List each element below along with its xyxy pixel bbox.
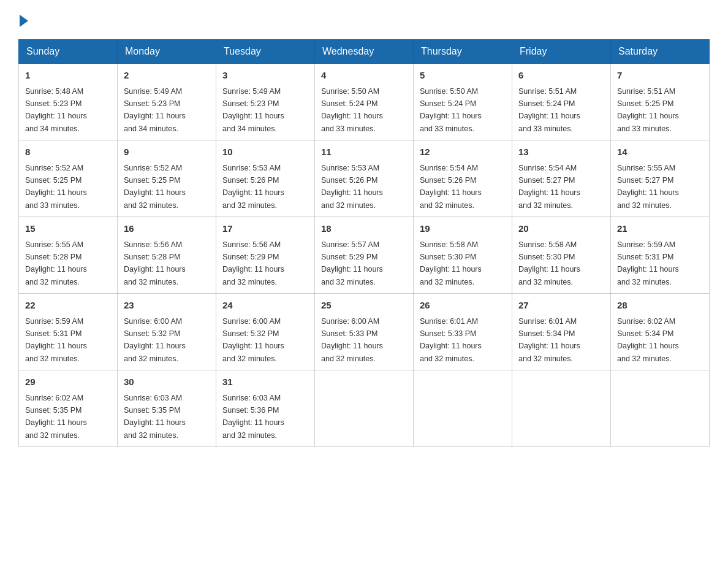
calendar-cell bbox=[512, 370, 611, 447]
column-header-monday: Monday bbox=[118, 40, 216, 64]
day-number: 3 bbox=[222, 69, 308, 83]
day-info: Sunrise: 6:02 AMSunset: 5:34 PMDaylight:… bbox=[617, 317, 679, 363]
day-number: 22 bbox=[25, 299, 111, 313]
day-number: 8 bbox=[25, 145, 111, 159]
calendar-cell: 14 Sunrise: 5:55 AMSunset: 5:27 PMDaylig… bbox=[611, 140, 710, 217]
calendar-cell: 22 Sunrise: 5:59 AMSunset: 5:31 PMDaylig… bbox=[19, 294, 118, 370]
day-info: Sunrise: 5:48 AMSunset: 5:23 PMDaylight:… bbox=[25, 87, 87, 133]
day-info: Sunrise: 5:54 AMSunset: 5:27 PMDaylight:… bbox=[518, 164, 580, 210]
day-number: 23 bbox=[124, 299, 210, 313]
day-info: Sunrise: 5:52 AMSunset: 5:25 PMDaylight:… bbox=[124, 164, 186, 210]
day-info: Sunrise: 5:58 AMSunset: 5:30 PMDaylight:… bbox=[420, 240, 482, 286]
page-header bbox=[18, 12, 710, 27]
day-info: Sunrise: 5:58 AMSunset: 5:30 PMDaylight:… bbox=[518, 240, 580, 286]
calendar-cell: 4 Sunrise: 5:50 AMSunset: 5:24 PMDayligh… bbox=[315, 64, 414, 140]
day-info: Sunrise: 6:01 AMSunset: 5:34 PMDaylight:… bbox=[518, 317, 580, 363]
calendar-cell: 15 Sunrise: 5:55 AMSunset: 5:28 PMDaylig… bbox=[19, 217, 118, 294]
calendar-cell: 31 Sunrise: 6:03 AMSunset: 5:36 PMDaylig… bbox=[216, 370, 315, 447]
day-info: Sunrise: 5:54 AMSunset: 5:26 PMDaylight:… bbox=[420, 164, 482, 210]
calendar-week-row: 22 Sunrise: 5:59 AMSunset: 5:31 PMDaylig… bbox=[19, 294, 710, 370]
calendar-cell: 28 Sunrise: 6:02 AMSunset: 5:34 PMDaylig… bbox=[611, 294, 710, 370]
calendar-week-row: 29 Sunrise: 6:02 AMSunset: 5:35 PMDaylig… bbox=[19, 370, 710, 447]
day-number: 7 bbox=[617, 69, 703, 83]
day-number: 20 bbox=[518, 222, 604, 236]
calendar-cell bbox=[611, 370, 710, 447]
day-number: 19 bbox=[420, 222, 506, 236]
calendar-cell: 25 Sunrise: 6:00 AMSunset: 5:33 PMDaylig… bbox=[315, 294, 414, 370]
calendar-cell: 3 Sunrise: 5:49 AMSunset: 5:23 PMDayligh… bbox=[216, 64, 315, 140]
column-header-friday: Friday bbox=[512, 40, 611, 64]
day-info: Sunrise: 5:50 AMSunset: 5:24 PMDaylight:… bbox=[420, 87, 482, 133]
day-info: Sunrise: 5:49 AMSunset: 5:23 PMDaylight:… bbox=[222, 87, 284, 133]
day-number: 5 bbox=[420, 69, 506, 83]
column-header-thursday: Thursday bbox=[414, 40, 512, 64]
day-number: 18 bbox=[321, 222, 407, 236]
day-number: 10 bbox=[222, 145, 308, 159]
day-info: Sunrise: 6:00 AMSunset: 5:33 PMDaylight:… bbox=[321, 317, 383, 363]
day-info: Sunrise: 6:03 AMSunset: 5:35 PMDaylight:… bbox=[124, 394, 186, 440]
calendar-cell: 30 Sunrise: 6:03 AMSunset: 5:35 PMDaylig… bbox=[118, 370, 216, 447]
day-info: Sunrise: 6:00 AMSunset: 5:32 PMDaylight:… bbox=[124, 317, 186, 363]
day-info: Sunrise: 5:56 AMSunset: 5:28 PMDaylight:… bbox=[124, 240, 186, 286]
day-number: 24 bbox=[222, 299, 308, 313]
calendar-cell: 5 Sunrise: 5:50 AMSunset: 5:24 PMDayligh… bbox=[414, 64, 512, 140]
day-info: Sunrise: 5:49 AMSunset: 5:23 PMDaylight:… bbox=[124, 87, 186, 133]
day-info: Sunrise: 5:55 AMSunset: 5:28 PMDaylight:… bbox=[25, 240, 87, 286]
day-number: 29 bbox=[25, 375, 111, 389]
day-number: 21 bbox=[617, 222, 703, 236]
day-info: Sunrise: 6:00 AMSunset: 5:32 PMDaylight:… bbox=[222, 317, 284, 363]
day-info: Sunrise: 5:53 AMSunset: 5:26 PMDaylight:… bbox=[321, 164, 383, 210]
day-number: 16 bbox=[124, 222, 210, 236]
day-info: Sunrise: 6:02 AMSunset: 5:35 PMDaylight:… bbox=[25, 394, 87, 440]
day-number: 26 bbox=[420, 299, 506, 313]
day-number: 1 bbox=[25, 69, 111, 83]
calendar-cell: 16 Sunrise: 5:56 AMSunset: 5:28 PMDaylig… bbox=[118, 217, 216, 294]
calendar-week-row: 1 Sunrise: 5:48 AMSunset: 5:23 PMDayligh… bbox=[19, 64, 710, 140]
calendar-cell: 29 Sunrise: 6:02 AMSunset: 5:35 PMDaylig… bbox=[19, 370, 118, 447]
day-info: Sunrise: 5:59 AMSunset: 5:31 PMDaylight:… bbox=[617, 240, 679, 286]
calendar-week-row: 8 Sunrise: 5:52 AMSunset: 5:25 PMDayligh… bbox=[19, 140, 710, 217]
calendar-cell: 11 Sunrise: 5:53 AMSunset: 5:26 PMDaylig… bbox=[315, 140, 414, 217]
calendar-cell: 27 Sunrise: 6:01 AMSunset: 5:34 PMDaylig… bbox=[512, 294, 611, 370]
calendar-cell: 10 Sunrise: 5:53 AMSunset: 5:26 PMDaylig… bbox=[216, 140, 315, 217]
calendar-cell: 9 Sunrise: 5:52 AMSunset: 5:25 PMDayligh… bbox=[118, 140, 216, 217]
calendar-cell: 1 Sunrise: 5:48 AMSunset: 5:23 PMDayligh… bbox=[19, 64, 118, 140]
column-header-sunday: Sunday bbox=[19, 40, 118, 64]
calendar-cell: 20 Sunrise: 5:58 AMSunset: 5:30 PMDaylig… bbox=[512, 217, 611, 294]
calendar-cell: 23 Sunrise: 6:00 AMSunset: 5:32 PMDaylig… bbox=[118, 294, 216, 370]
day-info: Sunrise: 6:03 AMSunset: 5:36 PMDaylight:… bbox=[222, 394, 284, 440]
column-header-tuesday: Tuesday bbox=[216, 40, 315, 64]
day-number: 13 bbox=[518, 145, 604, 159]
calendar-cell: 12 Sunrise: 5:54 AMSunset: 5:26 PMDaylig… bbox=[414, 140, 512, 217]
day-number: 28 bbox=[617, 299, 703, 313]
day-info: Sunrise: 5:57 AMSunset: 5:29 PMDaylight:… bbox=[321, 240, 383, 286]
day-info: Sunrise: 5:51 AMSunset: 5:24 PMDaylight:… bbox=[518, 87, 580, 133]
day-info: Sunrise: 5:51 AMSunset: 5:25 PMDaylight:… bbox=[617, 87, 679, 133]
day-number: 15 bbox=[25, 222, 111, 236]
day-number: 6 bbox=[518, 69, 604, 83]
day-number: 4 bbox=[321, 69, 407, 83]
day-number: 27 bbox=[518, 299, 604, 313]
calendar-cell: 19 Sunrise: 5:58 AMSunset: 5:30 PMDaylig… bbox=[414, 217, 512, 294]
calendar-table: SundayMondayTuesdayWednesdayThursdayFrid… bbox=[18, 39, 710, 447]
day-info: Sunrise: 5:52 AMSunset: 5:25 PMDaylight:… bbox=[25, 164, 87, 210]
calendar-cell: 7 Sunrise: 5:51 AMSunset: 5:25 PMDayligh… bbox=[611, 64, 710, 140]
calendar-week-row: 15 Sunrise: 5:55 AMSunset: 5:28 PMDaylig… bbox=[19, 217, 710, 294]
logo bbox=[18, 12, 28, 27]
calendar-cell: 26 Sunrise: 6:01 AMSunset: 5:33 PMDaylig… bbox=[414, 294, 512, 370]
day-info: Sunrise: 5:56 AMSunset: 5:29 PMDaylight:… bbox=[222, 240, 284, 286]
day-number: 2 bbox=[124, 69, 210, 83]
day-number: 31 bbox=[222, 375, 308, 389]
logo-arrow-icon bbox=[20, 15, 28, 27]
calendar-cell: 18 Sunrise: 5:57 AMSunset: 5:29 PMDaylig… bbox=[315, 217, 414, 294]
day-number: 11 bbox=[321, 145, 407, 159]
calendar-cell: 13 Sunrise: 5:54 AMSunset: 5:27 PMDaylig… bbox=[512, 140, 611, 217]
calendar-cell: 17 Sunrise: 5:56 AMSunset: 5:29 PMDaylig… bbox=[216, 217, 315, 294]
calendar-header-row: SundayMondayTuesdayWednesdayThursdayFrid… bbox=[19, 40, 710, 64]
calendar-cell: 8 Sunrise: 5:52 AMSunset: 5:25 PMDayligh… bbox=[19, 140, 118, 217]
day-number: 12 bbox=[420, 145, 506, 159]
calendar-cell: 21 Sunrise: 5:59 AMSunset: 5:31 PMDaylig… bbox=[611, 217, 710, 294]
day-info: Sunrise: 5:50 AMSunset: 5:24 PMDaylight:… bbox=[321, 87, 383, 133]
day-number: 14 bbox=[617, 145, 703, 159]
calendar-cell: 2 Sunrise: 5:49 AMSunset: 5:23 PMDayligh… bbox=[118, 64, 216, 140]
